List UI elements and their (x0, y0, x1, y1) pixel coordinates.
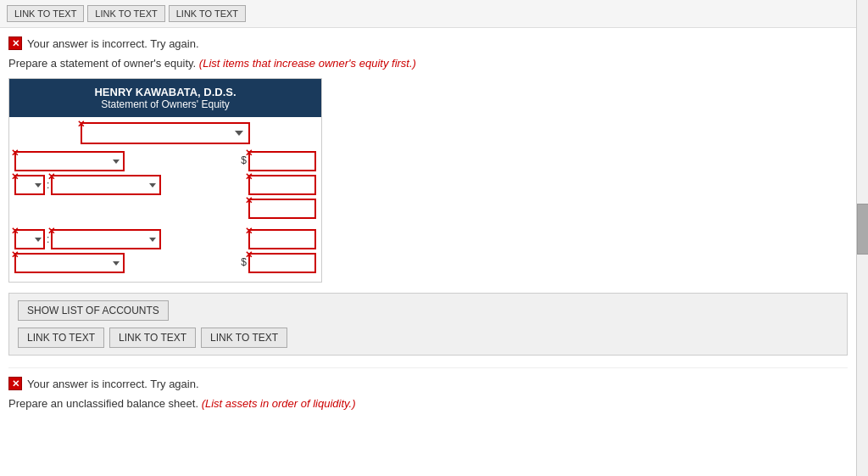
row1-label-wrapper: ✕ (14, 151, 125, 171)
instruction-italic-1: (List items that increase owner's equity… (199, 57, 416, 70)
scrollbar[interactable] (856, 0, 868, 476)
row1-amount-x: ✕ (245, 148, 253, 159)
row5-amount-wrapper: ✕ (248, 253, 316, 273)
date-row: ✕ (14, 122, 316, 144)
row5-label-wrapper: ✕ (14, 253, 125, 273)
spacer-1 (14, 222, 316, 229)
row4-small-wrapper: ✕ (14, 229, 45, 249)
row4-small-select[interactable] (14, 229, 45, 249)
row4-amount-x: ✕ (245, 226, 253, 237)
date-x-mark: ✕ (77, 119, 85, 130)
instruction-text-1: Prepare a statement of owner's equity. (… (8, 57, 848, 70)
row2-amount-wrapper: ✕ (248, 175, 316, 195)
date-select[interactable] (81, 122, 250, 144)
row1-right: $ ✕ (241, 151, 316, 171)
link-buttons-group: LINK TO TEXT LINK TO TEXT LINK TO TEXT (18, 328, 838, 348)
row4-x1: ✕ (11, 226, 19, 237)
row4-amount-wrapper: ✕ (248, 229, 316, 249)
instruction-main-2: Prepare an unclassified balance sheet. (8, 397, 198, 410)
row2-small-select[interactable] (14, 175, 45, 195)
row5-right: $ ✕ (241, 253, 316, 273)
incorrect-text-2: Your answer is incorrect. Try again. (27, 378, 199, 390)
statement-title: Statement of Owners' Equity (13, 98, 318, 110)
statement-header: HENRY KAWABATA, D.D.S. Statement of Owne… (9, 79, 321, 117)
row2-medium-wrapper: ✕ (51, 175, 161, 195)
row2-small-wrapper: ✕ (14, 175, 45, 195)
answer-section-1: ✕ Your answer is incorrect. Try again. P… (8, 36, 848, 356)
instruction-main-1: Prepare a statement of owner's equity. (8, 57, 196, 70)
row3-amount-wrapper: ✕ (248, 199, 316, 219)
date-field-wrapper: ✕ (81, 122, 250, 144)
statement-form: HENRY KAWABATA, D.D.S. Statement of Owne… (8, 78, 322, 283)
company-name: HENRY KAWABATA, D.D.S. (13, 86, 318, 98)
show-accounts-button[interactable]: SHOW LIST OF ACCOUNTS (18, 300, 169, 321)
row2-medium-select[interactable] (51, 175, 161, 195)
tab-link-3[interactable]: LINK TO TEXT (169, 5, 246, 22)
incorrect-message-1: ✕ Your answer is incorrect. Try again. (8, 36, 848, 50)
row3-amount-input[interactable] (248, 199, 316, 219)
incorrect-icon-2: ✕ (8, 377, 22, 390)
row5-x: ✕ (11, 249, 19, 260)
row4-right: ✕ (248, 229, 316, 249)
top-tabs-bar: LINK TO TEXT LINK TO TEXT LINK TO TEXT (0, 0, 868, 28)
row5-label-select[interactable] (14, 253, 125, 273)
main-content: ✕ Your answer is incorrect. Try again. P… (0, 28, 856, 418)
form-row-3: ✕ (14, 199, 316, 219)
tab-link-1[interactable]: LINK TO TEXT (7, 5, 84, 22)
row1-label-select[interactable] (14, 151, 125, 171)
form-row-2: ✕ : ✕ (14, 175, 316, 195)
row5-amount-input[interactable] (248, 253, 316, 273)
row2-x2: ✕ (47, 171, 55, 182)
instruction-text-2: Prepare an unclassified balance sheet. (… (8, 397, 848, 410)
form-row-4: ✕ : ✕ (14, 229, 316, 249)
link-btn-1[interactable]: LINK TO TEXT (18, 328, 104, 348)
incorrect-icon-1: ✕ (8, 36, 22, 50)
row1-amount-wrapper: ✕ (248, 151, 316, 171)
answer-section-2: ✕ Your answer is incorrect. Try again. P… (8, 367, 848, 410)
row4-medium-wrapper: ✕ (51, 229, 161, 249)
row3-amount-x: ✕ (245, 195, 253, 206)
incorrect-text-1: Your answer is incorrect. Try again. (27, 37, 199, 50)
row4-amount-input[interactable] (248, 229, 316, 249)
row5-amount-x: ✕ (245, 249, 253, 260)
row3-right: ✕ (248, 199, 316, 219)
link-btn-3[interactable]: LINK TO TEXT (201, 328, 287, 348)
row2-amount-input[interactable] (248, 175, 316, 195)
statement-body: ✕ ✕ (9, 117, 321, 282)
row1-x: ✕ (11, 148, 19, 159)
row2-right: ✕ (248, 175, 316, 195)
form-row-5: ✕ $ ✕ (14, 253, 316, 273)
row4-x2: ✕ (47, 226, 55, 237)
incorrect-message-2: ✕ Your answer is incorrect. Try again. (8, 377, 848, 390)
bottom-toolbar-1: SHOW LIST OF ACCOUNTS LINK TO TEXT LINK … (8, 293, 848, 356)
instruction-italic-2: (List assets in order of liquidity.) (202, 397, 356, 410)
page-wrapper: LINK TO TEXT LINK TO TEXT LINK TO TEXT ✕… (0, 0, 868, 476)
form-row-1: ✕ $ ✕ (14, 151, 316, 171)
row2-x1: ✕ (11, 171, 19, 182)
row4-medium-select[interactable] (51, 229, 161, 249)
tab-link-2[interactable]: LINK TO TEXT (87, 5, 164, 22)
row2-amount-x: ✕ (245, 171, 253, 182)
row1-amount-input[interactable] (248, 151, 316, 171)
scrollbar-thumb[interactable] (857, 204, 868, 255)
link-btn-2[interactable]: LINK TO TEXT (109, 328, 196, 348)
